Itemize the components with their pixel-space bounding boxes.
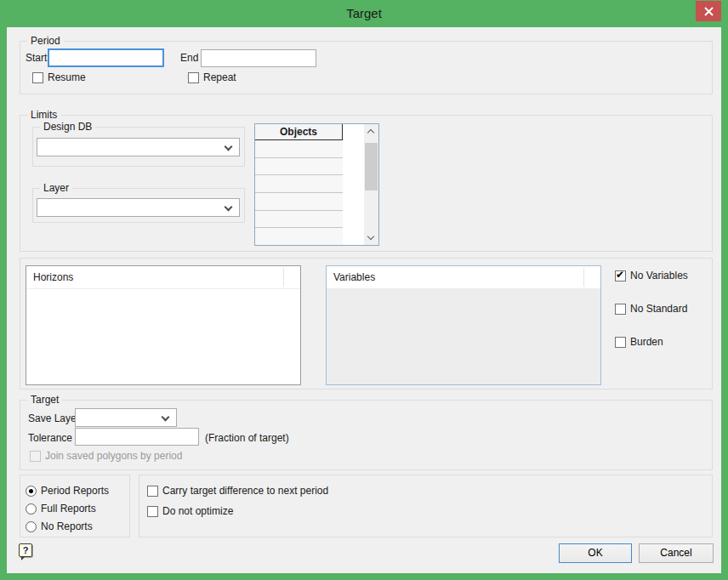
variables-list-header[interactable]: Variables [327,266,600,288]
chevron-down-icon [367,233,374,240]
start-input[interactable] [48,48,164,67]
design-db-combobox[interactable] [37,138,240,156]
no-variables-checkbox-label: No Variables [630,270,688,281]
scroll-down-button[interactable] [364,230,378,245]
no-variables-checkbox-box [615,270,626,281]
title-bar[interactable]: Target [0,0,728,27]
objects-grid-row[interactable] [255,193,343,211]
do-not-optimize-checkbox[interactable]: Do not optimize [147,505,233,517]
no-standard-checkbox[interactable]: No Standard [615,303,687,315]
horizons-header-separator [283,268,284,287]
burden-checkbox-box [615,337,626,348]
repeat-checkbox[interactable]: Repeat [188,71,236,83]
no-reports-radio-label: No Reports [41,520,93,532]
objects-vertical-scrollbar[interactable] [364,124,378,245]
no-reports-radio[interactable]: No Reports [26,520,93,532]
period-reports-radio-label: Period Reports [41,485,109,497]
variables-header-separator [583,268,584,287]
join-saved-polygons-checkbox-box [30,451,41,462]
full-reports-radio[interactable]: Full Reports [26,503,96,515]
chevron-down-icon [225,203,233,212]
resume-checkbox[interactable]: Resume [32,71,86,83]
layer-combobox[interactable] [37,198,240,217]
resume-checkbox-box [32,72,43,83]
scroll-up-button[interactable] [364,124,378,139]
objects-grid-row[interactable] [255,228,343,245]
horizons-list[interactable]: Horizons [26,265,301,385]
tolerance-label: Tolerance [28,432,72,444]
help-icon[interactable]: ? [19,543,32,557]
repeat-checkbox-box [188,72,199,83]
target-dialog-window: Target Period Start End Resume Repeat Li… [0,0,728,580]
horizons-header-label: Horizons [33,271,73,283]
period-group-label: Period [27,35,64,47]
period-reports-radio[interactable]: Period Reports [26,485,109,497]
join-saved-polygons-checkbox: Join saved polygons by period [30,450,182,462]
tolerance-input[interactable] [75,428,199,446]
chevron-down-icon [162,413,170,422]
carry-target-difference-checkbox-box [147,486,158,497]
no-standard-checkbox-box [615,304,626,315]
carry-target-difference-checkbox[interactable]: Carry target difference to next period [147,485,328,497]
period-reports-radio-circle [26,486,37,497]
objects-grid-row[interactable] [255,158,343,176]
full-reports-radio-label: Full Reports [41,503,96,515]
variables-list-body[interactable] [327,289,600,384]
no-variables-checkbox[interactable]: No Variables [615,270,688,281]
repeat-checkbox-label: Repeat [203,71,236,83]
objects-grid: Objects [254,123,379,246]
end-input[interactable] [201,49,316,67]
objects-grid-row[interactable] [255,211,343,229]
end-label: End [180,52,198,64]
objects-grid-row[interactable] [255,140,343,158]
objects-column-header[interactable]: Objects [255,124,343,140]
variables-header-label: Variables [333,271,375,283]
no-reports-radio-circle [26,521,37,532]
save-layer-label: Save Layer [28,412,80,424]
objects-grid-row[interactable] [255,175,343,193]
join-saved-polygons-checkbox-label: Join saved polygons by period [45,450,182,462]
do-not-optimize-checkbox-label: Do not optimize [162,505,233,517]
fraction-of-target-note: (Fraction of target) [205,432,289,444]
resume-checkbox-label: Resume [48,71,86,83]
save-layer-combobox[interactable] [75,408,177,427]
layer-group-label: Layer [40,182,72,194]
horizons-list-header[interactable]: Horizons [26,266,300,288]
full-reports-radio-circle [26,503,37,515]
dialog-client-area: Period Start End Resume Repeat Limits De… [7,27,721,573]
burden-checkbox[interactable]: Burden [615,336,663,348]
target-group-label: Target [27,394,62,406]
no-standard-checkbox-label: No Standard [630,303,687,315]
horizons-list-body[interactable] [26,289,300,384]
ok-button[interactable]: OK [559,543,632,563]
burden-checkbox-label: Burden [630,336,663,348]
variables-list[interactable]: Variables [326,265,601,385]
start-label: Start [26,52,47,64]
window-title: Target [0,6,728,20]
close-button[interactable] [696,1,721,21]
scrollbar-thumb[interactable] [365,143,378,190]
chevron-up-icon [367,129,374,136]
close-icon [704,7,714,16]
design-db-group-label: Design DB [40,121,95,133]
carry-target-difference-checkbox-label: Carry target difference to next period [162,485,328,497]
cancel-button[interactable]: Cancel [639,543,714,563]
do-not-optimize-checkbox-box [147,506,158,517]
chevron-down-icon [225,143,233,151]
limits-group-label: Limits [27,109,60,121]
objects-rows-container [255,140,343,245]
